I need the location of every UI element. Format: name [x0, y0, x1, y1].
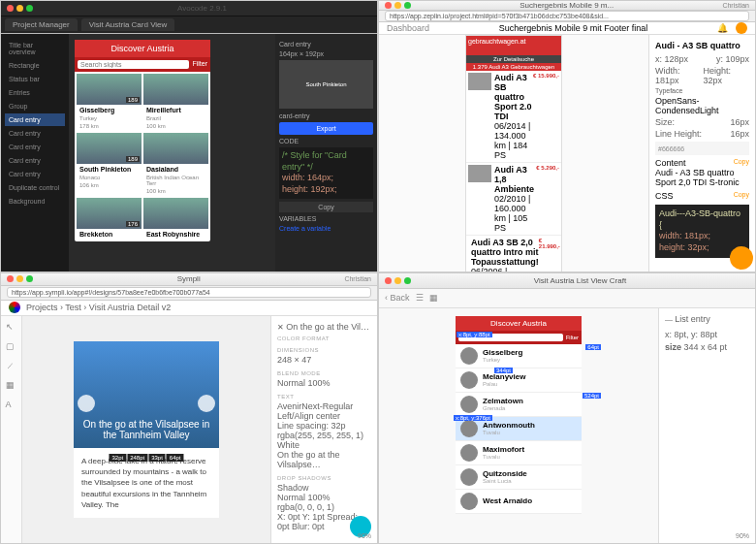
- minimize-icon[interactable]: [16, 5, 23, 12]
- filter-label[interactable]: Filter: [566, 335, 579, 340]
- hero-title: On the go at the Vilsalpsee in the Tannh…: [81, 419, 211, 440]
- grid-icon[interactable]: ▦: [429, 293, 438, 303]
- layer-item[interactable]: Status bar: [5, 73, 65, 85]
- layer-item[interactable]: Duplicate control: [5, 181, 65, 194]
- mockup-phone: Discover Austria Filter 189GisselbergTur…: [75, 40, 210, 241]
- layer-item-selected[interactable]: Card entry: [5, 113, 65, 126]
- maximize-icon[interactable]: [26, 275, 33, 282]
- element-title: On the go at the Vil…: [286, 322, 369, 332]
- avatar[interactable]: [736, 22, 747, 34]
- overlay-dim: 64pt: [585, 344, 601, 350]
- breadcrumb: Suchergebnis Mobile 9 mit Footer final: [437, 23, 709, 33]
- listing-row: Audi A3 SB 2,0 quattro Intro mit Topauss…: [466, 236, 561, 272]
- toolbar: ↖ ▢ ⟋ ▦ A: [1, 316, 22, 543]
- window-title: Visit Austria List View Craft: [411, 276, 749, 285]
- minimize-icon[interactable]: [394, 277, 401, 284]
- search-input[interactable]: x:8pt, y:88ptSearch sights: [458, 334, 563, 341]
- card: DasialandBritish Indian Ocean Terr100 km: [143, 133, 208, 196]
- canvas[interactable]: On the go at the Vilsalpsee in the Tannh…: [22, 316, 270, 543]
- hero-image: On the go at the Vilsalpsee in the Tannh…: [74, 341, 219, 448]
- mockup-phone: Discover Austria x:8pt, y:88ptSearch sig…: [456, 316, 582, 514]
- tab-card-view[interactable]: Visit Austria Card View: [81, 18, 175, 31]
- chat-icon[interactable]: [730, 246, 753, 270]
- element-title: List entry: [675, 314, 710, 324]
- tab-bar: Project Manager Visit Austria Card View: [1, 16, 377, 34]
- avocode-window: Avocode 2.9.1 Project Manager Visit Aust…: [0, 0, 378, 272]
- square-icon[interactable]: ▢: [6, 341, 17, 353]
- layer-item[interactable]: Card entry: [5, 141, 65, 153]
- minimize-icon[interactable]: [394, 2, 401, 9]
- layer-item[interactable]: Card entry: [5, 168, 65, 180]
- export-button[interactable]: Export: [279, 122, 373, 135]
- inspector: Audi - A3 SB quattro x: 128pxy: 109px Wi…: [648, 35, 755, 272]
- sympli-logo-icon[interactable]: [9, 302, 20, 313]
- url-field[interactable]: https://app.zeplin.io/project.html#pid=5…: [385, 11, 749, 21]
- color-swatch[interactable]: #666666: [655, 142, 749, 155]
- window-title: Avocode 2.9.1: [33, 4, 371, 13]
- code-block[interactable]: /* Style for "Card entry" */ width: 164p…: [279, 147, 373, 199]
- card: MireillefurtBrazil100 km: [143, 74, 208, 131]
- maximize-icon[interactable]: [404, 277, 411, 284]
- element-title: Audi - A3 SB quattro: [655, 41, 749, 50]
- overlay-coord: x:8pt, y:88pt: [457, 332, 492, 337]
- list-item: ZelmatownGrenada524pt: [456, 393, 582, 417]
- layer-tree: Title bar overview Rectangle Status bar …: [1, 34, 69, 272]
- list-item: MaximofortTuvalu: [456, 441, 582, 465]
- maximize-icon[interactable]: [26, 5, 33, 12]
- dashboard-link[interactable]: Dashboard: [387, 23, 429, 33]
- layer-item[interactable]: Rectangle: [5, 59, 65, 72]
- breadcrumb[interactable]: Projects › Test › Visit Austria Detail v…: [26, 303, 171, 312]
- close-icon[interactable]: [385, 2, 392, 9]
- layer-item[interactable]: Background: [5, 195, 65, 208]
- filter-label[interactable]: Filter: [192, 60, 207, 69]
- canvas[interactable]: Discover Austria x:8pt, y:88ptSearch sig…: [379, 308, 658, 544]
- bell-icon[interactable]: 🔔: [717, 23, 728, 33]
- tab-project-manager[interactable]: Project Manager: [5, 18, 78, 31]
- list-item: GisselbergTurkey64pt344pt: [456, 344, 582, 368]
- layer-item[interactable]: Card entry: [5, 127, 65, 140]
- measurement: 32pt248pt33pt64pt: [109, 454, 183, 462]
- window-title: Sympli: [33, 274, 344, 283]
- copy-button[interactable]: Copy: [734, 191, 749, 198]
- layer-item[interactable]: Group: [5, 100, 65, 112]
- overlay-dim: 524pt: [583, 393, 601, 399]
- copy-button[interactable]: Copy: [279, 202, 373, 212]
- canvas[interactable]: gebrauchtwagen.at Zur Detailsuche 1.379 …: [379, 35, 648, 272]
- sympli-window: SympliChristian https://app.sympli.io/ap…: [0, 272, 378, 545]
- list-item-selected: AntwonmouthTuvalux:8pt, y:376pt: [456, 417, 582, 441]
- minimize-icon[interactable]: [16, 275, 23, 282]
- thumbnail: South Pinkieton: [279, 60, 373, 109]
- close-icon[interactable]: [385, 277, 392, 284]
- window-title: Suchergebnis Mobile 9 m...: [411, 1, 722, 10]
- back-button[interactable]: ‹ Back: [385, 293, 410, 303]
- url-field[interactable]: https://app.sympli.io/app#!/designs/57ba…: [7, 287, 371, 298]
- cursor-icon[interactable]: ↖: [6, 322, 17, 334]
- nav-prev-icon[interactable]: [78, 395, 95, 412]
- titlebar: Avocode 2.9.1: [1, 1, 377, 16]
- canvas[interactable]: Discover Austria Filter 189GisselbergTur…: [69, 34, 275, 272]
- overlay-coord: x:8pt, y:376pt: [454, 415, 492, 421]
- card: East Robynshire: [143, 198, 208, 240]
- list-icon[interactable]: ☰: [416, 293, 424, 303]
- listing-row: Audi A3 SB quattro Sport 2.0 TDI06/2014 …: [466, 71, 561, 163]
- zoom-level: 90%: [736, 532, 749, 539]
- copy-button[interactable]: Copy: [734, 158, 749, 165]
- nav-next-icon[interactable]: [198, 395, 215, 412]
- mockup-phone: gebrauchtwagen.at Zur Detailsuche 1.379 …: [465, 35, 562, 272]
- layer-item[interactable]: Card entry: [5, 154, 65, 167]
- list-item: West Arnaldo: [456, 490, 582, 514]
- slash-icon[interactable]: ⟋: [6, 361, 17, 372]
- create-variable-link[interactable]: Create a variable: [279, 225, 373, 232]
- search-input[interactable]: [78, 60, 189, 69]
- layer-item[interactable]: Entries: [5, 86, 65, 99]
- a-icon[interactable]: A: [6, 400, 17, 411]
- close-icon[interactable]: [7, 275, 14, 282]
- grid-icon[interactable]: ▦: [6, 380, 17, 392]
- close-icon[interactable]: [7, 5, 14, 12]
- mockup-header: Discover Austria: [456, 316, 582, 331]
- maximize-icon[interactable]: [404, 2, 411, 9]
- layer-item[interactable]: Title bar overview: [5, 39, 65, 58]
- mockup-phone: On the go at the Vilsalpsee in the Tannh…: [74, 341, 219, 518]
- card: 176Brekketon: [77, 198, 142, 240]
- zeplin-window: Suchergebnis Mobile 9 m...Christian http…: [378, 0, 756, 272]
